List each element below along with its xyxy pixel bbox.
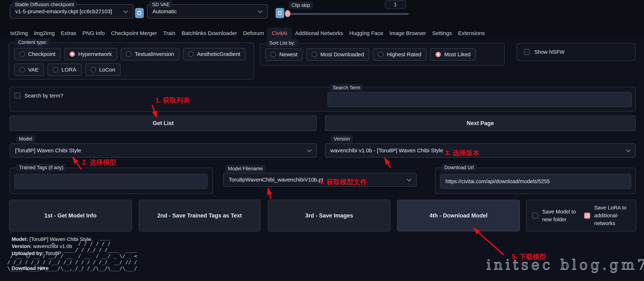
refresh-icon: [277, 10, 283, 16]
checkpoint-label: Stable Diffusion checkpoint: [12, 1, 77, 8]
version-dropdown[interactable]: wavenchibi v1.0b - [Toru8P] Waven Chibi …: [325, 144, 636, 158]
vae-value: Automatic: [148, 8, 176, 14]
version-label: Version: [331, 135, 353, 143]
chevron-down-icon: [124, 8, 128, 13]
model-dropdown[interactable]: [Toru8P] Waven Chibi Style: [10, 144, 317, 158]
refresh-vae-button[interactable]: [276, 8, 284, 18]
radio-checkpoint[interactable]: Checkpoint: [14, 48, 60, 60]
save-images-button[interactable]: 3rd - Save Images: [268, 200, 390, 232]
download-url-label: Download Url: [442, 164, 477, 171]
model-filename-value: Toru8pWavenChibi_wavenchibiV10b.pt: [224, 176, 323, 183]
chevron-down-icon: [407, 177, 411, 181]
radio-icon: [20, 67, 25, 72]
download-model-button[interactable]: 4th - Download Model: [397, 200, 520, 232]
tab-extras[interactable]: Extras: [58, 28, 79, 39]
trained-tags-input[interactable]: [14, 174, 208, 189]
checkbox-checked-icon: [584, 212, 590, 219]
annotation-4-get-model-file: 4. 获取模型文件: [319, 178, 367, 186]
checkbox-unchecked-icon: [14, 92, 20, 99]
radio-textualinversion[interactable]: TextualInversion: [121, 48, 179, 60]
chevron-down-icon: [626, 148, 630, 152]
model-info-uploaded-label: Uploaded by:: [12, 250, 44, 256]
tab-civitai[interactable]: CivitAi: [267, 28, 292, 39]
save-trained-tags-button[interactable]: 2nd - Save Trained Tags as Text: [139, 200, 260, 232]
get-list-button[interactable]: Get List: [10, 116, 317, 131]
vae-label: SD VAE: [149, 1, 172, 8]
nsfw-group: Show NSFW: [516, 43, 636, 61]
search-term-label: Search Term: [330, 84, 364, 92]
trained-tags-label: Trained Tags (if any): [16, 164, 66, 171]
tab-png-info[interactable]: PNG Info: [79, 28, 108, 39]
model-info-model-label: Model:: [12, 236, 28, 242]
clip-skip-slider-handle[interactable]: [285, 10, 290, 17]
tab-train[interactable]: Train: [160, 28, 178, 39]
content-type-row-1: Checkpoint Hypernetwork TextualInversion…: [14, 48, 246, 60]
next-page-button[interactable]: Next Page: [325, 116, 636, 131]
annotation-2-choose-model: 2. 选择模型: [82, 158, 116, 167]
annotation-3-choose-version: 3. 选择版本: [445, 148, 479, 158]
radio-icon: [271, 52, 276, 57]
show-nsfw-label: Show NSFW: [534, 49, 564, 55]
tab-hugging-face[interactable]: Hugging Face: [346, 28, 386, 39]
radio-most-downloaded[interactable]: Most Downloaded: [306, 48, 369, 61]
show-nsfw-checkbox-item[interactable]: Show NSFW: [524, 44, 564, 60]
model-info-version-value: wavenchibi v1.0b: [33, 244, 72, 249]
checkbox-unchecked-icon: [524, 49, 530, 55]
clip-skip-number-input[interactable]: 1: [385, 0, 406, 9]
refresh-checkpoints-button[interactable]: [135, 8, 144, 18]
model-info-model-value: [Toru8P] Waven Chibi Style: [30, 236, 91, 242]
content-type-label: Content type:: [15, 38, 50, 46]
checkbox-unchecked-icon: [532, 212, 538, 219]
tab-additional-networks[interactable]: Additional Networks: [292, 28, 346, 39]
radio-icon: [378, 52, 384, 57]
get-model-info-button[interactable]: 1st - Get Model Info: [9, 200, 132, 232]
search-term-input[interactable]: [328, 92, 632, 107]
radio-vae[interactable]: VAE: [14, 64, 44, 76]
radio-selected-icon: [70, 51, 75, 57]
model-info-uploaded-line: Uploaded by: Toru8P: [12, 250, 61, 256]
search-by-term-label: Search by term?: [24, 93, 63, 99]
radio-newest[interactable]: Newest: [265, 48, 303, 61]
sd-webui-civitai-page: { "colors": { "accent_pink": "#ec93a0", …: [0, 0, 644, 281]
chevron-down-icon: [258, 8, 262, 13]
tab-deforum[interactable]: Deforum: [240, 28, 267, 39]
tab-checkpoint-merger[interactable]: Checkpoint Merger: [108, 28, 160, 39]
radio-locon[interactable]: LoCon: [85, 64, 120, 76]
radio-lora[interactable]: LORA: [48, 64, 82, 76]
content-type-row-2: VAE LORA LoCon: [14, 64, 120, 76]
refresh-icon: [136, 10, 142, 16]
model-info-model-line: Model: [Toru8P] Waven Chibi Style: [12, 236, 91, 242]
model-filename-label: Model Filename: [225, 165, 266, 172]
model-info-version-label: Version:: [12, 244, 32, 249]
radio-icon: [20, 51, 25, 57]
radio-most-liked[interactable]: Most Liked: [430, 48, 476, 61]
save-model-new-folder-checkbox-item[interactable]: Save Model to new folder: [532, 208, 578, 224]
radio-icon: [188, 51, 194, 57]
radio-highest-rated[interactable]: Highest Rated: [373, 48, 426, 61]
radio-aestheticgradient[interactable]: AestheticGradient: [183, 48, 246, 60]
tab-img2img[interactable]: img2img: [31, 28, 58, 39]
clip-skip-slider[interactable]: [286, 13, 409, 15]
tab-batchlinks-downloader[interactable]: Batchlinks Downloader: [178, 28, 240, 39]
radio-icon: [90, 67, 96, 72]
search-by-term-checkbox-item[interactable]: Search by term?: [14, 92, 63, 99]
radio-hypernetwork[interactable]: Hypernetwork: [64, 48, 117, 60]
main-tab-bar: txt2img img2img Extras PNG Info Checkpoi…: [7, 28, 488, 39]
tab-txt2img[interactable]: txt2img: [7, 28, 31, 39]
tab-settings[interactable]: Settings: [429, 28, 455, 39]
save-lora-additional-networks-checkbox-item[interactable]: Save LoRA to additional-networks: [584, 204, 630, 227]
model-info-version-line: Version: wavenchibi v1.0b: [12, 244, 72, 249]
save-options-panel: Save Model to new folder Save LoRA to ad…: [526, 200, 636, 232]
search-group: Search by term? Search Term: [10, 87, 636, 112]
download-url-group: Download Url https://civitai.com/api/dow…: [435, 168, 636, 194]
trained-tags-group: Trained Tags (if any): [10, 168, 213, 194]
radio-icon: [126, 51, 132, 57]
sort-list-label: Sort List by:: [266, 39, 298, 47]
clip-skip-label: Clip skip: [288, 2, 313, 9]
tab-image-browser[interactable]: Image Browser: [386, 28, 429, 39]
radio-selected-icon: [436, 52, 441, 57]
download-here-link[interactable]: Download Here: [12, 266, 49, 271]
model-value: [Toru8P] Waven Chibi Style: [10, 148, 81, 154]
download-url-input[interactable]: https://civitai.com/api/download/models/…: [440, 174, 631, 189]
tab-extensions[interactable]: Extensions: [455, 28, 488, 39]
